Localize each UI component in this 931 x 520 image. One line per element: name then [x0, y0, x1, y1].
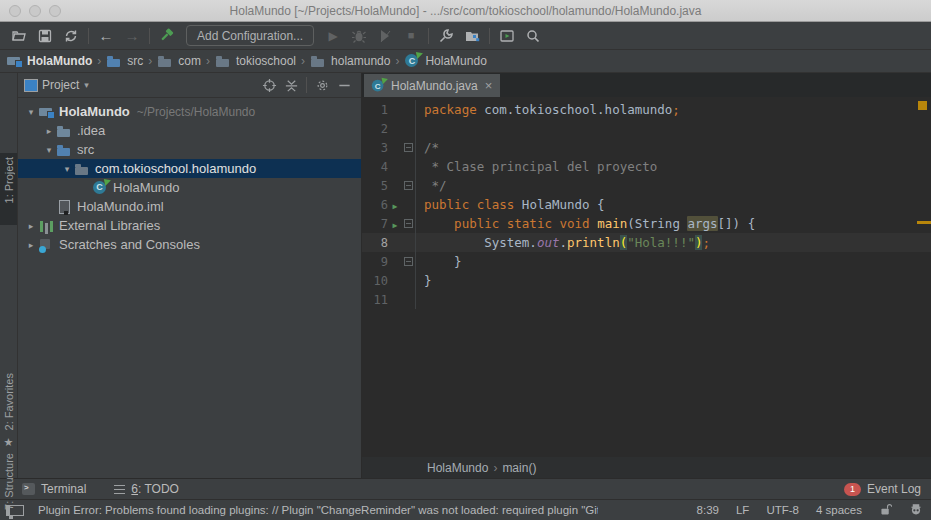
code-text: * Clase principal del proyecto: [416, 159, 657, 174]
forward-icon[interactable]: →: [119, 25, 145, 47]
code-line[interactable]: 6▶public class HolaMundo {: [362, 195, 931, 214]
fold-gutter: [402, 290, 416, 309]
terminal-toolwindow-button[interactable]: Terminal: [22, 482, 86, 496]
fold-marker-icon[interactable]: [402, 252, 416, 271]
code-line[interactable]: 1package com.tokioschool.holamundo;: [362, 100, 931, 119]
line-separator[interactable]: LF: [736, 504, 749, 516]
code-line[interactable]: 7▶ public static void main(String args[]…: [362, 214, 931, 233]
restore-layout-icon[interactable]: [494, 25, 520, 47]
tree-expand-arrow-icon[interactable]: ▸: [42, 126, 56, 136]
tree-row[interactable]: ▾src: [18, 140, 361, 159]
editor-breadcrumb-item[interactable]: main(): [502, 461, 536, 475]
code-text: public class HolaMundo {: [416, 197, 605, 212]
run-gutter-icon[interactable]: ▶: [388, 216, 402, 231]
tree-item-label: com.tokioschool.holamundo: [95, 161, 256, 176]
left-toolwindow-stripe: 1: Project2: Favorites★7: Structure: [0, 73, 18, 478]
coverage-icon[interactable]: [372, 25, 398, 47]
code-editor[interactable]: 1package com.tokioschool.holamundo;23/*4…: [362, 97, 931, 457]
run-gutter-icon[interactable]: ▶: [388, 197, 402, 212]
line-number: 10: [362, 274, 388, 288]
tree-expand-arrow-icon[interactable]: ▸: [24, 221, 38, 231]
inspection-status-marker[interactable]: [918, 101, 927, 110]
code-line[interactable]: 10}: [362, 271, 931, 290]
toolbar-separator: [88, 28, 89, 44]
class-icon: C: [404, 53, 421, 69]
toolwindow-bottom-bar: Terminal 6: TODO 1 Event Log: [0, 478, 931, 499]
editor-breadcrumb-item[interactable]: HolaMundo: [427, 461, 488, 475]
stripe-tab-favorites[interactable]: 2: Favorites★: [0, 369, 17, 457]
debug-icon[interactable]: [346, 25, 372, 47]
file-encoding[interactable]: UTF-8: [766, 504, 799, 516]
breadcrumb-item[interactable]: CHolaMundo: [404, 53, 486, 69]
hide-icon[interactable]: [333, 75, 355, 95]
sync-icon[interactable]: [58, 25, 84, 47]
fold-marker-icon[interactable]: [402, 176, 416, 195]
status-message[interactable]: Plugin Error: Problems found loading plu…: [38, 504, 598, 516]
warning-stripe-marker[interactable]: [917, 221, 931, 224]
event-log-button[interactable]: 1 Event Log: [844, 482, 921, 496]
toolbar-separator: [489, 28, 490, 44]
editor-tab[interactable]: C HolaMundo.java ×: [364, 74, 500, 97]
fold-marker-icon[interactable]: [402, 138, 416, 157]
gear-icon[interactable]: [311, 75, 333, 95]
main-area: 1: Project2: Favorites★7: Structure Proj…: [0, 73, 931, 478]
stop-icon[interactable]: ■: [398, 25, 424, 47]
breadcrumb-item[interactable]: src: [106, 53, 143, 69]
chevron-right-icon: ›: [206, 54, 210, 68]
line-number: 3: [362, 141, 388, 155]
close-icon[interactable]: ×: [485, 79, 493, 92]
code-line[interactable]: 4 * Clase principal del proyecto: [362, 157, 931, 176]
code-line[interactable]: 9 }: [362, 252, 931, 271]
save-all-icon[interactable]: [32, 25, 58, 47]
tree-row[interactable]: ▾HolaMundo~/Projects/HolaMundo: [18, 102, 361, 121]
unlock-icon[interactable]: [879, 503, 892, 518]
breadcrumb-item[interactable]: com: [157, 53, 201, 69]
code-line[interactable]: 8 System.out.println("Hola!!!");: [362, 233, 931, 252]
line-number: 7: [362, 217, 388, 231]
tree-row[interactable]: ▸.idea: [18, 121, 361, 140]
tree-row[interactable]: ▸Scratches and Consoles: [18, 235, 361, 254]
search-everywhere-icon[interactable]: [520, 25, 546, 47]
toolbar-separator: [149, 28, 150, 44]
stripe-tab-structure[interactable]: 7: Structure: [0, 449, 17, 520]
tree-row[interactable]: ▾com.tokioschool.holamundo: [18, 159, 361, 178]
tree-expand-arrow-icon[interactable]: ▾: [42, 145, 56, 155]
iml-icon: [56, 199, 73, 215]
event-log-badge: 1: [844, 483, 861, 496]
hector-inspector-icon[interactable]: [909, 503, 923, 518]
tree-expand-arrow-icon[interactable]: ▾: [24, 107, 38, 117]
tree-expand-arrow-icon[interactable]: ▾: [60, 164, 74, 174]
breadcrumb-item[interactable]: HolaMundo: [6, 53, 92, 69]
code-line[interactable]: 2: [362, 119, 931, 138]
collapse-all-icon[interactable]: [280, 75, 302, 95]
chevron-right-icon: ›: [493, 461, 497, 475]
project-structure-icon[interactable]: [459, 25, 485, 47]
add-configuration-button[interactable]: Add Configuration...: [186, 25, 314, 46]
tree-row[interactable]: CHolaMundo: [18, 178, 361, 197]
run-icon[interactable]: ▶: [320, 25, 346, 47]
indent-setting[interactable]: 4 spaces: [816, 504, 862, 516]
open-icon[interactable]: [6, 25, 32, 47]
breadcrumb-item[interactable]: holamundo: [310, 53, 390, 69]
code-line[interactable]: 5 */: [362, 176, 931, 195]
tree-expand-arrow-icon[interactable]: ▸: [24, 240, 38, 250]
locate-icon[interactable]: [258, 75, 280, 95]
build-hammer-icon[interactable]: [154, 25, 180, 47]
caret-position[interactable]: 8:39: [697, 504, 719, 516]
fold-marker-icon[interactable]: [402, 214, 416, 233]
editor-breadcrumbs: HolaMundo›main(): [362, 457, 931, 478]
wrench-icon[interactable]: [433, 25, 459, 47]
chevron-down-icon[interactable]: ▾: [84, 80, 89, 90]
tree-item-label: HolaMundo: [113, 180, 180, 195]
project-panel-title[interactable]: Project: [42, 78, 79, 92]
back-icon[interactable]: ←: [93, 25, 119, 47]
breadcrumb-item[interactable]: tokioschool: [215, 53, 296, 69]
code-line[interactable]: 3/*: [362, 138, 931, 157]
tree-row[interactable]: ▸External Libraries: [18, 216, 361, 235]
code-line[interactable]: 11: [362, 290, 931, 309]
project-panel-header: Project ▾: [18, 73, 361, 98]
tree-row[interactable]: HolaMundo.iml: [18, 197, 361, 216]
todo-toolwindow-button[interactable]: 6: TODO: [114, 482, 179, 496]
package-icon: [74, 161, 91, 177]
stripe-tab-project[interactable]: 1: Project: [0, 153, 17, 225]
